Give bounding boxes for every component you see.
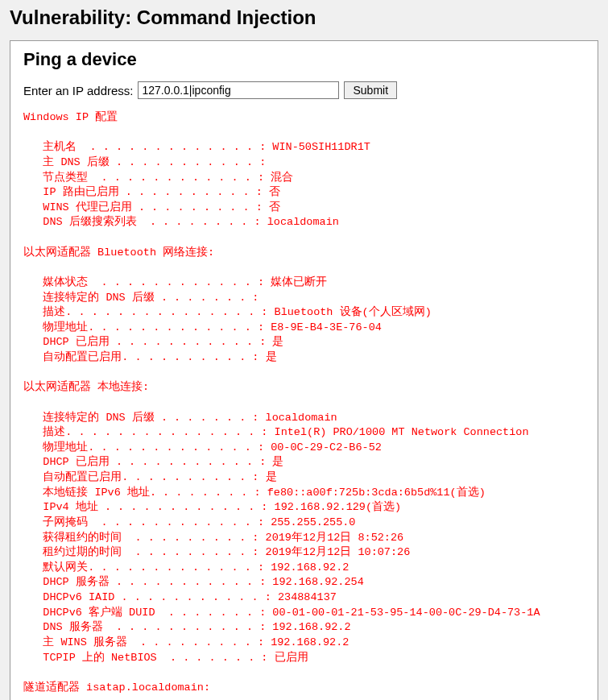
main-panel: Ping a device Enter an IP address: Submi…	[10, 40, 598, 700]
ip-input[interactable]	[138, 81, 339, 99]
ip-label: Enter an IP address:	[23, 84, 133, 97]
submit-button[interactable]: Submit	[344, 81, 397, 99]
command-output: Windows IP 配置 主机名 . . . . . . . . . . . …	[23, 110, 585, 700]
panel-title: Ping a device	[23, 49, 585, 70]
page-title: Vulnerability: Command Injection	[0, 0, 608, 35]
ip-form: Enter an IP address: Submit	[23, 81, 585, 99]
